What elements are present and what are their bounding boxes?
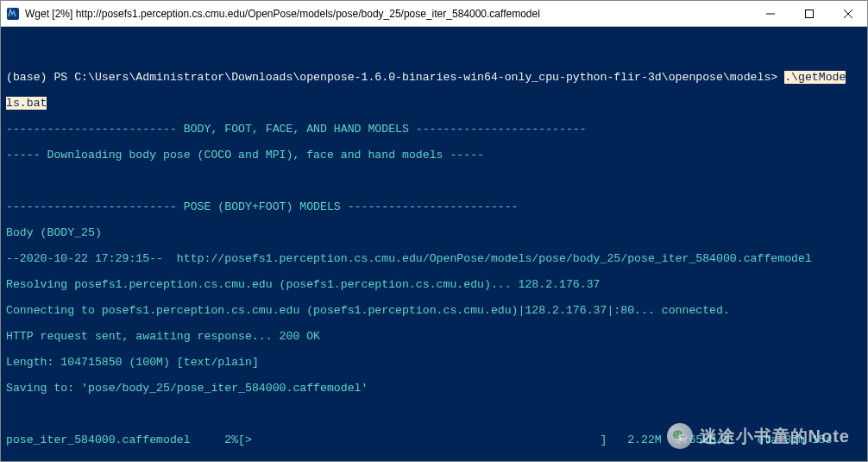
- section-header-pose: ------------------------- POSE (BODY+FOO…: [6, 200, 860, 213]
- body25-label: Body (BODY_25): [6, 226, 860, 239]
- titlebar[interactable]: Wget [2%] http://posefs1.perception.cs.c…: [1, 1, 867, 27]
- minimize-button[interactable]: [751, 1, 789, 26]
- prompt-line-2: ls.bat: [6, 97, 860, 110]
- connect-line: Connecting to posefs1.perception.cs.cmu.…: [6, 304, 860, 317]
- svg-point-10: [683, 436, 685, 438]
- downloading-msg: ----- Downloading body pose (COCO and MP…: [6, 149, 860, 161]
- length-line: Length: 104715850 (100M) [text/plain]: [6, 356, 860, 369]
- app-window: Wget [2%] http://posefs1.perception.cs.c…: [0, 0, 868, 462]
- command-part2: ls.bat: [6, 97, 47, 110]
- timestamp-url: --2020-10-22 17:29:15-- http://posefs1.p…: [6, 252, 860, 265]
- http-line: HTTP request sent, awaiting response... …: [6, 330, 860, 343]
- maximize-button[interactable]: [789, 1, 828, 26]
- prompt-text: (base) PS C:\Users\Administrator\Downloa…: [6, 71, 784, 84]
- svg-point-9: [680, 436, 682, 438]
- section-header-models: ------------------------- BODY, FOOT, FA…: [6, 123, 860, 136]
- window-controls: [751, 1, 867, 26]
- resolve-line: Resolving posefs1.perception.cs.cmu.edu …: [6, 278, 860, 291]
- watermark: 迷途小书童的Note: [667, 423, 850, 449]
- saving-line: Saving to: 'pose/body_25/pose_iter_58400…: [6, 382, 860, 395]
- svg-point-6: [678, 434, 687, 441]
- close-button[interactable]: [828, 1, 867, 26]
- command-part1: .\getMode: [784, 71, 846, 84]
- wechat-icon: [667, 423, 693, 449]
- window-title: Wget [2%] http://posefs1.perception.cs.c…: [25, 8, 751, 20]
- svg-point-7: [675, 433, 676, 434]
- terminal-body[interactable]: (base) PS C:\Users\Administrator\Downloa…: [1, 27, 867, 461]
- prompt-line: (base) PS C:\Users\Administrator\Downloa…: [6, 71, 860, 84]
- svg-point-8: [678, 433, 680, 434]
- watermark-text: 迷途小书童的Note: [700, 430, 850, 443]
- app-icon: [6, 7, 20, 21]
- svg-rect-2: [805, 9, 813, 17]
